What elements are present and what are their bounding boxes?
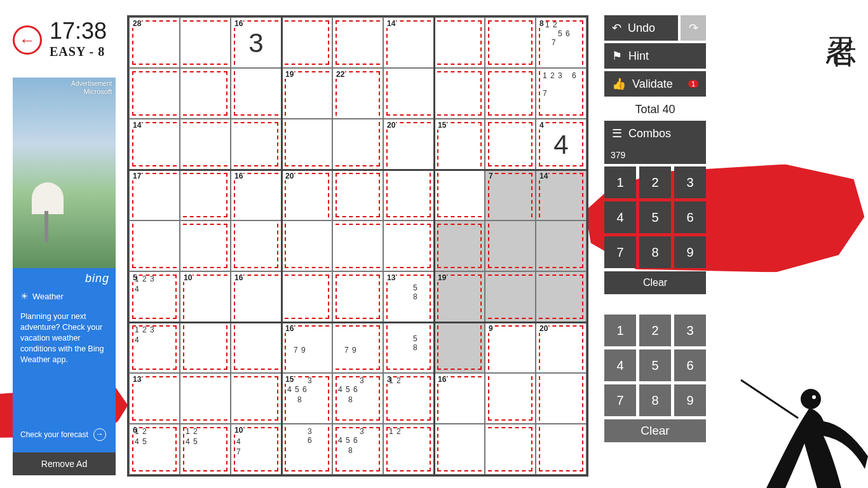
validate-button[interactable]: 👍Validate1 (604, 71, 706, 97)
cell-r7-c1[interactable] (180, 373, 231, 424)
cell-r8-c8[interactable] (536, 424, 587, 475)
cell-r0-c3[interactable] (281, 17, 332, 68)
cell-r8-c7[interactable] (485, 424, 536, 475)
cell-r2-c3[interactable] (281, 119, 332, 170)
cell-r8-c5[interactable]: 1 2 (383, 424, 434, 475)
redo-button[interactable]: ↷ (681, 15, 706, 41)
cell-r0-c2[interactable]: 163 (231, 17, 281, 68)
cell-r5-c2[interactable]: 16 (231, 271, 281, 322)
cell-r4-c5[interactable] (383, 220, 434, 271)
back-button[interactable]: ← (13, 25, 42, 55)
cell-r1-c4[interactable]: 22 (332, 68, 383, 119)
pencil-key-clear[interactable]: Clear (604, 271, 706, 294)
pencil-key-5[interactable]: 5 (639, 201, 671, 233)
cell-r1-c5[interactable] (383, 68, 434, 119)
cell-r2-c6[interactable]: 15 (434, 119, 485, 170)
kakuro-board[interactable]: 281631481 25 6719221 2 36714201544171620… (127, 15, 588, 477)
entry-key-4[interactable]: 4 (604, 349, 636, 381)
cell-r4-c2[interactable] (231, 220, 281, 271)
cell-r6-c1[interactable] (180, 322, 231, 373)
cell-r3-c6[interactable] (434, 170, 485, 220)
entry-key-clear[interactable]: Clear (604, 419, 706, 442)
entry-key-6[interactable]: 6 (674, 349, 706, 381)
cell-r4-c8[interactable] (536, 220, 587, 271)
undo-button[interactable]: ↶Undo (604, 15, 678, 41)
cell-r7-c4[interactable]: 34 5 68 (332, 373, 383, 424)
cell-r2-c2[interactable] (231, 119, 281, 170)
cell-r2-c4[interactable] (332, 119, 383, 170)
cell-r6-c7[interactable]: 9 (485, 322, 536, 373)
cell-r7-c6[interactable]: 16 (434, 373, 485, 424)
cell-r7-c8[interactable] (536, 373, 587, 424)
cell-r7-c2[interactable] (231, 373, 281, 424)
cell-r1-c7[interactable] (485, 68, 536, 119)
cell-r6-c6[interactable] (434, 322, 485, 373)
cell-r3-c4[interactable] (332, 170, 383, 220)
cell-r4-c0[interactable] (129, 220, 180, 271)
cell-r3-c2[interactable]: 16 (231, 170, 281, 220)
cell-r5-c8[interactable] (536, 271, 587, 322)
cell-r2-c7[interactable] (485, 119, 536, 170)
pencil-key-2[interactable]: 2 (639, 166, 671, 198)
cell-r6-c4[interactable]: 7 9 (332, 322, 383, 373)
cell-r3-c8[interactable]: 14 (536, 170, 587, 220)
cell-r0-c5[interactable]: 14 (383, 17, 434, 68)
cell-r6-c0[interactable]: 1 2 34 (129, 322, 180, 373)
cell-r3-c0[interactable]: 17 (129, 170, 180, 220)
cell-r0-c1[interactable] (180, 17, 231, 68)
cell-r5-c6[interactable]: 19 (434, 271, 485, 322)
cell-r1-c1[interactable] (180, 68, 231, 119)
cell-r8-c2[interactable]: 1047 (231, 424, 281, 475)
cell-r5-c5[interactable]: 1358 (383, 271, 434, 322)
entry-key-7[interactable]: 7 (604, 384, 636, 416)
entry-key-9[interactable]: 9 (674, 384, 706, 416)
cell-r3-c1[interactable] (180, 170, 231, 220)
cell-r6-c5[interactable]: 58 (383, 322, 434, 373)
cell-r4-c4[interactable] (332, 220, 383, 271)
cell-r5-c3[interactable] (281, 271, 332, 322)
cell-r1-c6[interactable] (434, 68, 485, 119)
cell-r4-c1[interactable] (180, 220, 231, 271)
cell-r2-c5[interactable]: 20 (383, 119, 434, 170)
cell-r0-c7[interactable] (485, 17, 536, 68)
cell-r7-c7[interactable] (485, 373, 536, 424)
entry-key-8[interactable]: 8 (639, 384, 671, 416)
cell-r0-c8[interactable]: 81 25 67 (536, 17, 587, 68)
entry-key-5[interactable]: 5 (639, 349, 671, 381)
pencil-key-7[interactable]: 7 (604, 236, 636, 268)
hint-button[interactable]: ⚑Hint (604, 43, 706, 69)
cell-r3-c7[interactable]: 7 (485, 170, 536, 220)
cell-r5-c0[interactable]: 51 2 34 (129, 271, 180, 322)
entry-key-1[interactable]: 1 (604, 315, 636, 346)
cell-r3-c3[interactable]: 20 (281, 170, 332, 220)
cell-r0-c4[interactable] (332, 17, 383, 68)
cell-r8-c0[interactable]: 61 24 5 (129, 424, 180, 475)
cell-r8-c3[interactable]: 36 (281, 424, 332, 475)
cell-r7-c3[interactable]: 1534 5 68 (281, 373, 332, 424)
cell-r2-c8[interactable]: 44 (536, 119, 587, 170)
cell-r6-c8[interactable]: 20 (536, 322, 587, 373)
cell-r8-c1[interactable]: 1 24 5 (180, 424, 231, 475)
pencil-key-3[interactable]: 3 (674, 166, 706, 198)
cell-r1-c2[interactable] (231, 68, 281, 119)
cell-r1-c3[interactable]: 19 (281, 68, 332, 119)
pencil-key-8[interactable]: 8 (639, 236, 671, 268)
pencil-key-4[interactable]: 4 (604, 201, 636, 233)
cell-r1-c0[interactable] (129, 68, 180, 119)
cell-r1-c8[interactable]: 1 2 367 (536, 68, 587, 119)
ad-link[interactable]: Check your forecast → (20, 428, 106, 441)
cell-r0-c6[interactable] (434, 17, 485, 68)
cell-r4-c6[interactable] (434, 220, 485, 271)
pencil-key-6[interactable]: 6 (674, 201, 706, 233)
pencil-key-1[interactable]: 1 (604, 166, 636, 198)
combos-button[interactable]: ☰Combos (604, 121, 706, 146)
cell-r5-c4[interactable] (332, 271, 383, 322)
cell-r5-c7[interactable] (485, 271, 536, 322)
cell-r0-c0[interactable]: 28 (129, 17, 180, 68)
cell-r6-c2[interactable] (231, 322, 281, 373)
cell-r8-c6[interactable] (434, 424, 485, 475)
cell-r8-c4[interactable]: 34 5 68 (332, 424, 383, 475)
pencil-key-9[interactable]: 9 (674, 236, 706, 268)
cell-r7-c5[interactable]: 31 2 (383, 373, 434, 424)
cell-r6-c3[interactable]: 167 9 (281, 322, 332, 373)
